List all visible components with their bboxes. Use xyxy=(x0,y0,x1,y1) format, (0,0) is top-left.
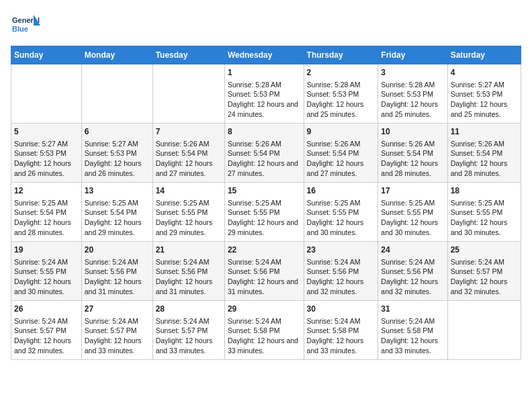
header-thursday: Thursday xyxy=(304,46,378,64)
day-number: 9 xyxy=(307,126,375,138)
sunset-text: Sunset: 5:54 PM xyxy=(381,148,444,158)
sunrise-text: Sunrise: 5:26 AM xyxy=(451,139,518,149)
sunrise-text: Sunrise: 5:26 AM xyxy=(156,139,222,149)
day-number: 20 xyxy=(85,244,150,256)
day-number: 30 xyxy=(307,304,375,315)
sunrise-text: Sunrise: 5:24 AM xyxy=(307,257,375,267)
sunrise-text: Sunrise: 5:28 AM xyxy=(228,80,301,90)
day-number: 24 xyxy=(381,244,444,256)
day-number: 15 xyxy=(228,185,301,197)
header-row: SundayMondayTuesdayWednesdayThursdayFrid… xyxy=(11,46,521,64)
daylight-text: Daylight: 12 hours and 30 minutes. xyxy=(14,277,79,296)
sunset-text: Sunset: 5:54 PM xyxy=(156,148,222,158)
sunrise-text: Sunrise: 5:25 AM xyxy=(451,198,518,208)
sunrise-text: Sunrise: 5:24 AM xyxy=(156,316,222,326)
cell-3-6: 17 Sunrise: 5:25 AM Sunset: 5:55 PM Dayl… xyxy=(378,183,447,242)
cell-1-5: 2 Sunrise: 5:28 AM Sunset: 5:53 PM Dayli… xyxy=(304,64,378,124)
sunset-text: Sunset: 5:54 PM xyxy=(228,148,301,158)
cell-5-7 xyxy=(447,301,521,360)
sunset-text: Sunset: 5:58 PM xyxy=(381,326,444,336)
day-number: 1 xyxy=(228,67,301,79)
sunset-text: Sunset: 5:57 PM xyxy=(451,267,518,277)
sunrise-text: Sunrise: 5:28 AM xyxy=(381,80,444,90)
day-number: 23 xyxy=(307,244,375,256)
sunset-text: Sunset: 5:54 PM xyxy=(451,148,518,158)
day-number: 10 xyxy=(381,126,444,138)
sunset-text: Sunset: 5:55 PM xyxy=(381,208,444,218)
svg-text:Blue: Blue xyxy=(12,25,28,33)
sunset-text: Sunset: 5:56 PM xyxy=(307,267,375,277)
day-number: 6 xyxy=(85,126,150,138)
sunrise-text: Sunrise: 5:27 AM xyxy=(451,80,518,90)
cell-5-5: 30 Sunrise: 5:24 AM Sunset: 5:58 PM Dayl… xyxy=(304,301,378,360)
sunset-text: Sunset: 5:53 PM xyxy=(307,89,375,99)
sunrise-text: Sunrise: 5:25 AM xyxy=(14,198,79,208)
daylight-text: Daylight: 12 hours and 30 minutes. xyxy=(381,218,444,237)
cell-4-5: 23 Sunrise: 5:24 AM Sunset: 5:56 PM Dayl… xyxy=(304,242,378,301)
daylight-text: Daylight: 12 hours and 29 minutes. xyxy=(156,218,222,237)
cell-2-7: 11 Sunrise: 5:26 AM Sunset: 5:54 PM Dayl… xyxy=(447,124,521,183)
cell-1-2 xyxy=(81,64,152,124)
header-monday: Monday xyxy=(81,46,152,64)
sunrise-text: Sunrise: 5:24 AM xyxy=(307,316,375,326)
day-number: 25 xyxy=(451,244,518,256)
cell-1-4: 1 Sunrise: 5:28 AM Sunset: 5:53 PM Dayli… xyxy=(224,64,304,124)
header-friday: Friday xyxy=(378,46,447,64)
daylight-text: Daylight: 12 hours and 32 minutes. xyxy=(14,336,79,355)
cell-2-2: 6 Sunrise: 5:27 AM Sunset: 5:53 PM Dayli… xyxy=(81,124,152,183)
sunrise-text: Sunrise: 5:26 AM xyxy=(228,139,301,149)
daylight-text: Daylight: 12 hours and 26 minutes. xyxy=(14,158,79,178)
daylight-text: Daylight: 12 hours and 24 minutes. xyxy=(228,99,301,119)
daylight-text: Daylight: 12 hours and 30 minutes. xyxy=(307,218,375,237)
day-number: 16 xyxy=(307,185,375,197)
day-number: 13 xyxy=(85,185,150,197)
logo: General Blue xyxy=(11,11,40,40)
cell-3-2: 13 Sunrise: 5:25 AM Sunset: 5:54 PM Dayl… xyxy=(81,183,152,242)
cell-1-1 xyxy=(11,64,82,124)
day-number: 22 xyxy=(228,244,301,256)
sunset-text: Sunset: 5:58 PM xyxy=(307,326,375,336)
cell-1-7: 4 Sunrise: 5:27 AM Sunset: 5:53 PM Dayli… xyxy=(447,64,521,124)
cell-3-3: 14 Sunrise: 5:25 AM Sunset: 5:55 PM Dayl… xyxy=(152,183,224,242)
sunrise-text: Sunrise: 5:27 AM xyxy=(85,139,150,149)
cell-3-1: 12 Sunrise: 5:25 AM Sunset: 5:54 PM Dayl… xyxy=(11,183,82,242)
sunset-text: Sunset: 5:57 PM xyxy=(85,326,150,336)
cell-4-6: 24 Sunrise: 5:24 AM Sunset: 5:56 PM Dayl… xyxy=(378,242,447,301)
cell-5-6: 31 Sunrise: 5:24 AM Sunset: 5:58 PM Dayl… xyxy=(378,301,447,360)
daylight-text: Daylight: 12 hours and 33 minutes. xyxy=(307,336,375,355)
cell-1-3 xyxy=(152,64,224,124)
daylight-text: Daylight: 12 hours and 28 minutes. xyxy=(14,218,79,237)
header-sunday: Sunday xyxy=(11,46,82,64)
daylight-text: Daylight: 12 hours and 30 minutes. xyxy=(451,218,518,237)
logo-svg: General Blue xyxy=(11,11,40,40)
sunrise-text: Sunrise: 5:24 AM xyxy=(85,316,150,326)
sunset-text: Sunset: 5:54 PM xyxy=(307,148,375,158)
cell-1-6: 3 Sunrise: 5:28 AM Sunset: 5:53 PM Dayli… xyxy=(378,64,447,124)
cell-5-1: 26 Sunrise: 5:24 AM Sunset: 5:57 PM Dayl… xyxy=(11,301,82,360)
day-number: 12 xyxy=(14,185,79,197)
daylight-text: Daylight: 12 hours and 25 minutes. xyxy=(451,99,518,119)
day-number: 18 xyxy=(451,185,518,197)
page-header: General Blue xyxy=(11,11,521,40)
sunrise-text: Sunrise: 5:24 AM xyxy=(14,316,79,326)
sunset-text: Sunset: 5:54 PM xyxy=(85,208,150,218)
day-number: 17 xyxy=(381,185,444,197)
daylight-text: Daylight: 12 hours and 27 minutes. xyxy=(307,158,375,178)
sunrise-text: Sunrise: 5:25 AM xyxy=(156,198,222,208)
sunset-text: Sunset: 5:55 PM xyxy=(156,208,222,218)
header-wednesday: Wednesday xyxy=(224,46,304,64)
sunset-text: Sunset: 5:56 PM xyxy=(228,267,301,277)
day-number: 31 xyxy=(381,304,444,315)
day-number: 11 xyxy=(451,126,518,138)
sunset-text: Sunset: 5:56 PM xyxy=(85,267,150,277)
day-number: 27 xyxy=(85,304,150,315)
daylight-text: Daylight: 12 hours and 25 minutes. xyxy=(307,99,375,119)
sunrise-text: Sunrise: 5:27 AM xyxy=(14,139,79,149)
daylight-text: Daylight: 12 hours and 33 minutes. xyxy=(156,336,222,355)
calendar-table: SundayMondayTuesdayWednesdayThursdayFrid… xyxy=(11,46,521,360)
daylight-text: Daylight: 12 hours and 33 minutes. xyxy=(381,336,444,355)
week-row-2: 5 Sunrise: 5:27 AM Sunset: 5:53 PM Dayli… xyxy=(11,124,521,183)
day-number: 4 xyxy=(451,67,518,79)
day-number: 14 xyxy=(156,185,222,197)
daylight-text: Daylight: 12 hours and 32 minutes. xyxy=(307,277,375,296)
